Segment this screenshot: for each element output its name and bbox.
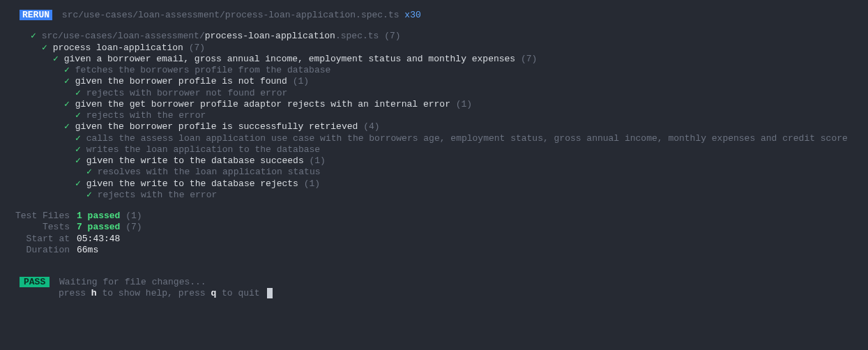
check-icon: ✓ [75,155,86,166]
suite-inner: ✓ given the borrower profile is not foun… [0,76,868,87]
watch-status: PASS Waiting for file changes... [0,277,868,288]
file-path-line: ✓ src/use-cases/loan-assessment/process-… [0,31,868,42]
summary-duration: Duration 66ms [0,245,868,256]
suite-inner: ✓ given the write to the database succee… [0,155,868,167]
rerun-count: x30 [404,10,420,20]
rerun-badge: RERUN [20,10,52,20]
rerun-file: src/use-cases/loan-assessment/process-lo… [62,10,399,20]
check-icon: ✓ [64,121,75,132]
test-case: ✓ rejects with borrower not found error [0,88,868,99]
check-icon: ✓ [64,99,75,109]
suite-inner: ✓ given the get borrower profile adaptor… [0,99,868,110]
suite-given: ✓ given a borrower email, gross annual i… [0,54,868,65]
suite-root: ✓ process loan-application (7) [0,43,868,54]
pass-badge: PASS [20,277,50,287]
check-icon: ✓ [64,76,75,86]
suite-inner: ✓ given the borrower profile is successf… [0,121,868,132]
check-icon: ✓ [75,88,86,98]
test-case: ✓ writes the loan application to the dat… [0,144,868,155]
check-icon: ✓ [64,65,75,75]
check-icon: ✓ [86,190,98,200]
watch-hint: press h to show help, press q to quit [0,288,868,299]
check-icon: ✓ [75,110,86,121]
help-key[interactable]: h [91,288,97,298]
test-case: ✓ resolves with the loan application sta… [0,167,868,178]
test-case: ✓ rejects with the error [0,190,868,201]
test-case: ✓ rejects with the error [0,110,868,121]
check-icon: ✓ [42,43,53,53]
summary-start: Start at 05:43:48 [0,234,868,245]
test-case: ✓ calls the assess loan application use … [0,133,868,144]
check-icon: ✓ [75,178,86,189]
check-icon: ✓ [53,54,64,64]
summary-block: Test Files 1 passed (1) Tests 7 passed (… [0,211,868,256]
suite-inner: ✓ given the write to the database reject… [0,178,868,190]
check-icon: ✓ [75,144,86,155]
cursor-icon [267,288,273,298]
check-icon: ✓ [75,133,86,144]
test-case: ✓ fetches the borrowers profile from the… [0,65,868,76]
check-icon: ✓ [86,167,98,177]
check-icon: ✓ [31,31,42,41]
summary-tests: Tests 7 passed (7) [0,222,868,233]
summary-test-files: Test Files 1 passed (1) [0,211,868,222]
rerun-line: RERUN src/use-cases/loan-assessment/proc… [0,10,868,21]
